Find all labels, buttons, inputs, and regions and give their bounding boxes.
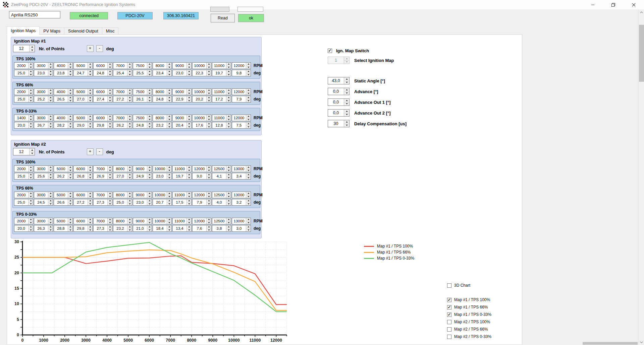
deg-spinner-value[interactable]: 19,7 xyxy=(212,70,226,76)
spin-up-button[interactable] xyxy=(167,122,171,125)
rpm-spinner[interactable]: 13000 xyxy=(232,218,251,224)
deg-spinner-value[interactable]: 26,2 xyxy=(54,173,68,179)
rpm-spinner[interactable]: 6000 xyxy=(73,218,93,224)
rpm-spinner-value[interactable]: 11000 xyxy=(212,63,226,69)
spin-up-button[interactable] xyxy=(147,70,152,73)
ign-map-switch-checkbox[interactable] xyxy=(328,49,332,53)
scroll-down-button[interactable] xyxy=(639,339,644,345)
rpm-spinner-value[interactable]: 12500 xyxy=(212,218,226,224)
rpm-spinner-value[interactable]: 7500 xyxy=(133,63,147,69)
spin-down-button[interactable] xyxy=(29,118,33,121)
spin-up-button[interactable] xyxy=(29,192,33,195)
rpm-spinner[interactable]: 7000 xyxy=(113,62,132,69)
deg-spinner-value[interactable]: 7,6 xyxy=(193,225,206,231)
spin-down-button[interactable] xyxy=(167,73,171,76)
rpm-spinner[interactable]: 8000 xyxy=(113,218,132,224)
rpm-spinner-value[interactable]: 2000 xyxy=(14,166,28,172)
spin-up-button[interactable] xyxy=(108,70,112,73)
spin-up-button[interactable] xyxy=(88,96,92,99)
spin-down-button[interactable] xyxy=(344,60,349,64)
nr-of-points-spinner-value[interactable]: 12 xyxy=(13,45,29,52)
spin-up-button[interactable] xyxy=(226,166,231,169)
spin-up-button[interactable] xyxy=(246,89,251,92)
rpm-spinner-value[interactable]: 12000 xyxy=(232,115,246,121)
spin-up-button[interactable] xyxy=(344,88,349,91)
rpm-spinner[interactable]: 8000 xyxy=(153,88,172,95)
spin-down-button[interactable] xyxy=(207,125,211,129)
rpm-spinner-value[interactable]: 8000 xyxy=(113,166,127,172)
spin-up-button[interactable] xyxy=(108,166,112,169)
spin-up-button[interactable] xyxy=(88,70,92,73)
rpm-spinner-value[interactable]: 12500 xyxy=(212,192,226,198)
spin-down-button[interactable] xyxy=(88,176,92,180)
spin-down-button[interactable] xyxy=(127,92,132,95)
spin-down-button[interactable] xyxy=(147,92,152,95)
deg-spinner-value[interactable]: 26,2 xyxy=(113,122,127,128)
spin-down-button[interactable] xyxy=(127,66,132,69)
spin-down-button[interactable] xyxy=(29,73,33,76)
rpm-spinner-value[interactable]: 7000 xyxy=(113,89,127,95)
deg-spinner-value[interactable]: 9,0 xyxy=(193,173,206,179)
spin-up-button[interactable] xyxy=(187,70,191,73)
rpm-spinner[interactable]: 10000 xyxy=(153,165,172,172)
spin-down-button[interactable] xyxy=(226,221,231,224)
spin-up-button[interactable] xyxy=(187,199,191,202)
horizontal-scrollbar-thumb[interactable] xyxy=(583,342,638,345)
spin-down-button[interactable] xyxy=(88,66,92,69)
spin-down-button[interactable] xyxy=(48,228,53,232)
series-toggle-checkbox[interactable] xyxy=(447,298,451,302)
deg-spinner[interactable]: 26,7 xyxy=(34,122,53,129)
spin-down-button[interactable] xyxy=(29,221,33,224)
spin-up-button[interactable] xyxy=(207,192,211,195)
deg-spinner-value[interactable]: 7,5 xyxy=(232,122,246,128)
spin-up-button[interactable] xyxy=(226,89,231,92)
deg-spinner[interactable]: 24,8 xyxy=(133,122,152,129)
deg-spinner-value[interactable]: 7,9 xyxy=(193,199,206,205)
spin-down-button[interactable] xyxy=(68,195,72,198)
spin-down-button[interactable] xyxy=(48,99,53,102)
deg-spinner[interactable]: 22,3 xyxy=(192,70,211,76)
rpm-spinner[interactable]: 4000 xyxy=(54,115,73,121)
rpm-spinner[interactable]: 2000 xyxy=(14,88,33,95)
rpm-spinner[interactable]: 9000 xyxy=(133,192,152,198)
deg-spinner[interactable]: 20,0 xyxy=(14,122,33,129)
spin-down-button[interactable] xyxy=(68,92,72,95)
spin-up-button[interactable] xyxy=(167,166,171,169)
rpm-spinner-value[interactable]: 11000 xyxy=(173,218,186,224)
rpm-spinner-value[interactable]: 7000 xyxy=(113,63,127,69)
rpm-spinner[interactable]: 11000 xyxy=(212,115,231,121)
spin-up-button[interactable] xyxy=(48,115,53,118)
spin-down-button[interactable] xyxy=(108,118,112,121)
deg-spinner-value[interactable]: 17,2 xyxy=(212,96,226,102)
spin-down-button[interactable] xyxy=(226,66,231,69)
spin-up-button[interactable] xyxy=(127,199,132,202)
rpm-spinner-value[interactable]: 6000 xyxy=(94,63,107,69)
deg-spinner-value[interactable]: 23,0 xyxy=(173,70,186,76)
deg-spinner-value[interactable]: 9,8 xyxy=(232,70,246,76)
deg-spinner[interactable]: 7,6 xyxy=(192,225,211,232)
spin-down-button[interactable] xyxy=(246,176,251,180)
deg-spinner-value[interactable]: 23,0 xyxy=(34,70,48,76)
rpm-spinner[interactable]: 7000 xyxy=(93,218,112,224)
spin-up-button[interactable] xyxy=(187,166,191,169)
deg-spinner[interactable]: 28,2 xyxy=(54,122,73,129)
spin-up-button[interactable] xyxy=(88,166,92,169)
spin-down-button[interactable] xyxy=(48,118,53,121)
spin-up-button[interactable] xyxy=(48,96,53,99)
deg-spinner[interactable]: 29,8 xyxy=(93,122,112,129)
deg-spinner-value[interactable]: 4,1 xyxy=(212,173,226,179)
rpm-spinner-value[interactable]: 9000 xyxy=(133,192,147,198)
deg-spinner[interactable]: 23,8 xyxy=(54,70,73,76)
spin-up-button[interactable] xyxy=(68,63,72,66)
deg-spinner-value[interactable]: 25,0 xyxy=(14,199,28,205)
spin-up-button[interactable] xyxy=(246,70,251,73)
spin-down-button[interactable] xyxy=(68,125,72,129)
spin-down-button[interactable] xyxy=(167,202,171,206)
rpm-spinner[interactable]: 6000 xyxy=(73,165,93,172)
spin-down-button[interactable] xyxy=(147,73,152,76)
spin-down-button[interactable] xyxy=(187,195,191,198)
spin-up-button[interactable] xyxy=(167,218,171,221)
spin-up-button[interactable] xyxy=(167,115,171,118)
spin-up-button[interactable] xyxy=(29,70,33,73)
rpm-spinner[interactable]: 5000 xyxy=(73,88,93,95)
